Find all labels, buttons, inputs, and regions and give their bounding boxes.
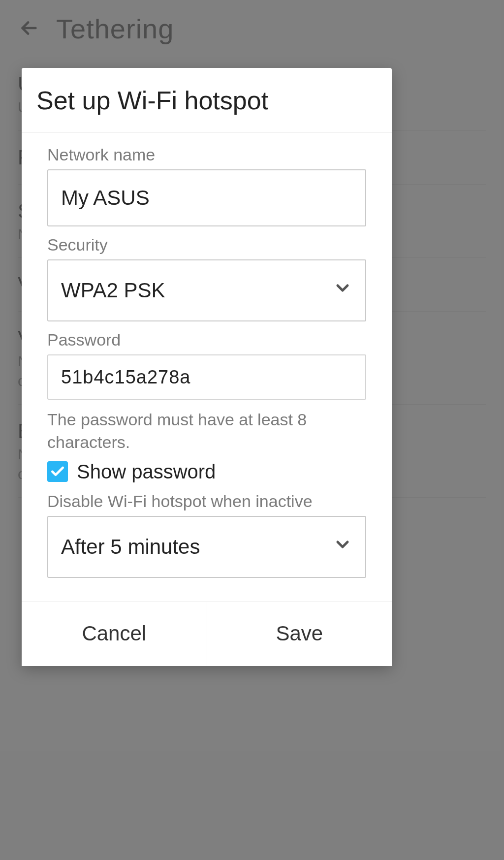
network-name-value: My ASUS xyxy=(61,186,150,210)
password-value: 51b4c15a278a xyxy=(61,367,190,388)
security-label: Security xyxy=(47,235,366,255)
network-name-label: Network name xyxy=(47,145,366,164)
show-password-label: Show password xyxy=(77,461,216,483)
chevron-down-icon xyxy=(333,535,352,559)
dialog-body: Network name My ASUS Security WPA2 PSK P… xyxy=(22,132,392,602)
network-name-input[interactable]: My ASUS xyxy=(47,169,366,226)
inactive-select[interactable]: After 5 minutes xyxy=(47,516,366,578)
dialog-actions: Cancel Save xyxy=(22,602,392,666)
password-helper: The password must have at least 8 charac… xyxy=(47,409,366,454)
checkbox-checked-icon[interactable] xyxy=(47,461,68,482)
password-label: Password xyxy=(47,330,366,350)
hotspot-dialog: Set up Wi-Fi hotspot Network name My ASU… xyxy=(22,68,392,666)
security-select[interactable]: WPA2 PSK xyxy=(47,259,366,321)
security-value: WPA2 PSK xyxy=(61,279,165,302)
inactive-value: After 5 minutes xyxy=(61,535,200,559)
dialog-title: Set up Wi-Fi hotspot xyxy=(22,68,392,132)
show-password-row[interactable]: Show password xyxy=(47,461,366,483)
password-input[interactable]: 51b4c15a278a xyxy=(47,354,366,400)
inactive-label: Disable Wi-Fi hotspot when inactive xyxy=(47,492,366,511)
cancel-button[interactable]: Cancel xyxy=(22,602,207,666)
chevron-down-icon xyxy=(333,278,352,303)
save-button[interactable]: Save xyxy=(207,602,392,666)
